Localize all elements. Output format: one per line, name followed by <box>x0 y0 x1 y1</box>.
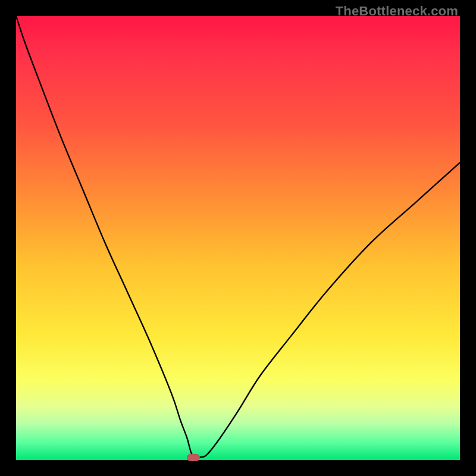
bottleneck-curve <box>16 16 460 458</box>
chart-frame: TheBottleneck.com <box>0 0 476 476</box>
curve-svg <box>16 16 460 460</box>
min-marker <box>187 454 200 461</box>
plot-area <box>16 16 460 460</box>
